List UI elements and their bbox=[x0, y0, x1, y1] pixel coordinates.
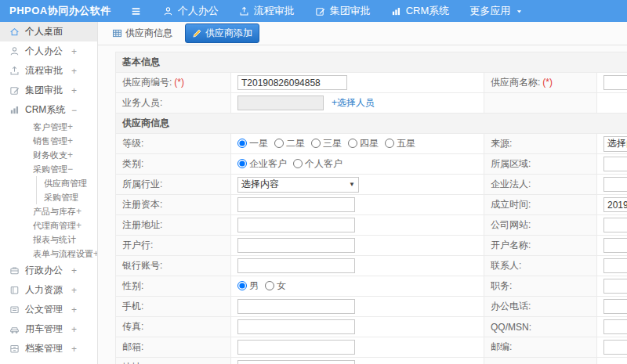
level-option-4[interactable]: 五星 bbox=[385, 137, 415, 150]
sidebar-item-document-mgmt[interactable]: 公文管理+ bbox=[0, 300, 97, 319]
topnav-item-group-approval[interactable]: 集团审批 bbox=[305, 0, 381, 22]
address-input[interactable] bbox=[237, 360, 355, 364]
sidebar-item-crm-system[interactable]: CRM系统− bbox=[0, 100, 97, 120]
category-field-cell: 企业客户个人客户 bbox=[231, 154, 484, 175]
expand-toggle-icon[interactable]: + bbox=[71, 66, 77, 77]
top-nav-menu: 个人办公流程审批集团审批CRM系统更多应用 bbox=[153, 0, 535, 22]
sidebar-item-agent-mgmt[interactable]: 代理商管理+ bbox=[0, 218, 97, 232]
level-option-3[interactable]: 四星 bbox=[348, 137, 379, 150]
category-radio[interactable] bbox=[237, 159, 247, 168]
expand-toggle-icon[interactable]: + bbox=[67, 121, 73, 132]
expand-toggle-icon[interactable]: + bbox=[67, 135, 73, 146]
expand-toggle-icon[interactable]: + bbox=[71, 344, 77, 355]
form-row: 银行账号:联系人: bbox=[116, 256, 627, 276]
sidebar-item-workflow-approval[interactable]: 流程审批+ bbox=[0, 61, 97, 81]
sidebar-item-human-resources[interactable]: 人力资源+ bbox=[0, 280, 97, 300]
gender-radio[interactable] bbox=[265, 281, 274, 290]
level-radio[interactable] bbox=[311, 139, 321, 148]
sidebar-toggle-button[interactable] bbox=[130, 5, 142, 17]
sidebar-item-admin-office[interactable]: 行政办公+ bbox=[0, 261, 97, 280]
expand-toggle-icon[interactable]: + bbox=[71, 285, 77, 296]
expand-toggle-icon[interactable]: + bbox=[71, 305, 77, 315]
account-name-input[interactable] bbox=[603, 238, 627, 253]
legal-person-field-cell bbox=[597, 175, 627, 195]
qq-msn-input[interactable] bbox=[603, 319, 627, 334]
expand-toggle-icon[interactable]: − bbox=[71, 105, 77, 116]
field-label-text: 开户名称: bbox=[491, 240, 531, 250]
sidebar-item-group-approval[interactable]: 集团审批+ bbox=[0, 81, 97, 100]
supplier-form-body: 基本信息供应商编号:(*)供应商名称:(*)业务人员:+选择人员供应商信息等级:… bbox=[116, 52, 627, 364]
source-select[interactable]: 选择内容▼ bbox=[603, 136, 627, 152]
expand-toggle-icon[interactable]: + bbox=[71, 265, 77, 276]
gender-option-0[interactable]: 男 bbox=[237, 279, 259, 293]
sidebar-item-sales-mgmt[interactable]: 销售管理+ bbox=[0, 134, 97, 148]
sidebar-item-vehicle-mgmt[interactable]: 用车管理+ bbox=[0, 319, 97, 339]
business-person-input[interactable] bbox=[237, 96, 324, 110]
expand-toggle-icon[interactable]: + bbox=[76, 206, 82, 217]
supplier-name-input[interactable] bbox=[603, 75, 627, 90]
sidebar-item-finance-mgmt[interactable]: 财务收支+ bbox=[0, 148, 97, 162]
company-website-input[interactable] bbox=[603, 218, 627, 232]
founded-date-input[interactable] bbox=[603, 197, 627, 212]
mobile-input[interactable] bbox=[237, 299, 355, 314]
topnav-item-personal-office[interactable]: 个人办公 bbox=[153, 0, 229, 22]
expand-toggle-icon[interactable]: + bbox=[67, 150, 73, 160]
sidebar-item-product-inventory[interactable]: 产品与库存+ bbox=[0, 204, 97, 218]
category-option-1[interactable]: 个人客户 bbox=[293, 157, 342, 171]
postcode-field-cell bbox=[597, 337, 627, 358]
region-field-cell bbox=[597, 154, 627, 175]
position-input[interactable] bbox=[603, 279, 627, 294]
choose-person-link[interactable]: +选择人员 bbox=[332, 97, 375, 108]
sidebar-item-archive-mgmt[interactable]: 档案管理+ bbox=[0, 339, 97, 359]
sidebar-item-customer-mgmt[interactable]: 客户管理+ bbox=[0, 120, 97, 134]
expand-toggle-icon[interactable]: + bbox=[71, 324, 77, 335]
supplier-code-input[interactable] bbox=[237, 75, 347, 90]
gender-option-1[interactable]: 女 bbox=[265, 279, 286, 293]
topnav-item-workflow-approval[interactable]: 流程审批 bbox=[229, 0, 305, 22]
level-radio[interactable] bbox=[237, 139, 247, 148]
bank-account-input[interactable] bbox=[237, 258, 355, 273]
tab-bar: 供应商信息供应商添加 bbox=[98, 22, 627, 45]
radio-label: 个人客户 bbox=[305, 157, 342, 171]
expand-toggle-icon[interactable]: − bbox=[67, 164, 73, 175]
bank-name-input[interactable] bbox=[237, 238, 355, 253]
registered-address-input[interactable] bbox=[237, 218, 355, 232]
sidebar-item-form-workflow-settings[interactable]: 表单与流程设置+ bbox=[0, 247, 97, 261]
app-window: PHPOA协同办公软件 个人办公流程审批集团审批CRM系统更多应用 个人桌面个人… bbox=[0, 0, 627, 364]
region-input[interactable] bbox=[603, 157, 627, 171]
category-option-0[interactable]: 企业客户 bbox=[237, 157, 287, 171]
level-radio[interactable] bbox=[385, 139, 394, 148]
topnav-item-crm-system[interactable]: CRM系统 bbox=[381, 0, 460, 22]
field-label-text: 办公电话: bbox=[491, 301, 531, 312]
industry-select[interactable]: 选择内容▼ bbox=[237, 177, 359, 193]
sidebar-item-supplier-mgmt[interactable]: 供应商管理 bbox=[0, 176, 97, 190]
registered-capital-input[interactable] bbox=[237, 197, 355, 212]
level-option-2[interactable]: 三星 bbox=[311, 137, 342, 150]
expand-toggle-icon[interactable]: + bbox=[71, 46, 77, 57]
expand-toggle-icon[interactable]: + bbox=[76, 220, 82, 231]
level-option-0[interactable]: 一星 bbox=[237, 137, 268, 150]
topnav-item-more-apps[interactable]: 更多应用 bbox=[459, 0, 534, 22]
expand-toggle-icon[interactable]: + bbox=[71, 85, 77, 96]
industry-label: 所属行业: bbox=[116, 175, 231, 195]
sidebar-item-reports-stats[interactable]: 报表与统计 bbox=[0, 232, 97, 247]
postcode-input[interactable] bbox=[603, 340, 627, 355]
legal-person-input[interactable] bbox=[603, 177, 627, 192]
level-option-1[interactable]: 二星 bbox=[274, 137, 305, 150]
category-radio[interactable] bbox=[293, 159, 303, 168]
field-label-text: QQ/MSN: bbox=[491, 322, 531, 333]
sidebar-item-personal-office[interactable]: 个人办公+ bbox=[0, 41, 97, 61]
level-radio[interactable] bbox=[274, 139, 284, 148]
tab-supplier-info[interactable]: 供应商信息 bbox=[106, 24, 179, 42]
sidebar-item-purchase-mgmt[interactable]: 采购管理− bbox=[0, 162, 97, 176]
sidebar-item-personal-desktop[interactable]: 个人桌面 bbox=[0, 22, 97, 41]
fax-input[interactable] bbox=[237, 319, 355, 334]
tab-supplier-add[interactable]: 供应商添加 bbox=[185, 23, 259, 43]
gender-radio[interactable] bbox=[237, 281, 247, 290]
level-radio[interactable] bbox=[348, 139, 357, 148]
contact-person-input[interactable] bbox=[603, 258, 627, 273]
company-website-label: 公司网站: bbox=[484, 215, 597, 236]
email-input[interactable] bbox=[237, 340, 355, 355]
office-phone-input[interactable] bbox=[603, 299, 627, 314]
sidebar-item-purchasing-mgmt[interactable]: 采购管理 bbox=[0, 190, 97, 204]
